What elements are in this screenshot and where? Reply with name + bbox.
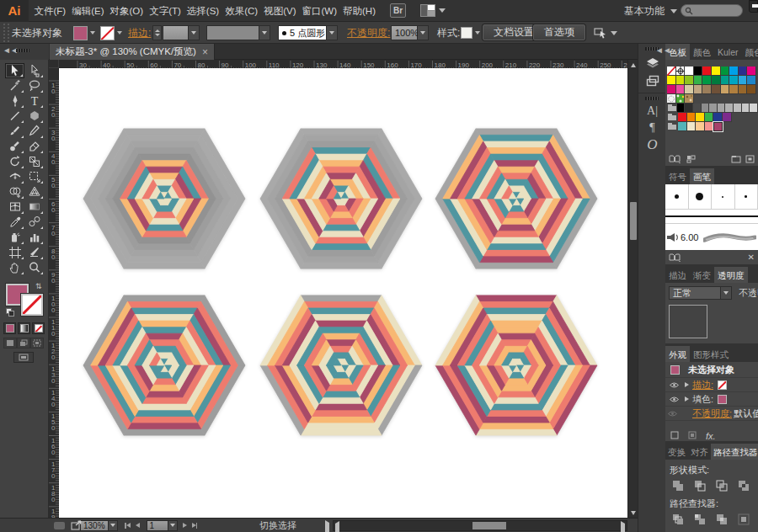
swatch[interactable]	[687, 113, 697, 122]
pathfinder-crop-button[interactable]	[736, 513, 751, 525]
hexagon-6[interactable]	[435, 295, 597, 435]
stroke-color-button[interactable]	[100, 25, 124, 40]
zoom-level-control[interactable]: 130%	[80, 520, 118, 531]
swatches-tab[interactable]: Kuler	[714, 44, 742, 60]
swatch[interactable]	[694, 85, 703, 94]
swatch[interactable]	[685, 85, 694, 94]
menu-2[interactable]: 编辑(E)	[70, 0, 106, 22]
lasso-tool[interactable]	[24, 78, 44, 93]
color-group-folder-icon[interactable]	[667, 104, 677, 113]
fill-color-button[interactable]	[73, 25, 97, 40]
swatch-none[interactable]	[667, 66, 676, 76]
pathfinder-tab[interactable]: 对齐	[688, 444, 711, 460]
swatch[interactable]	[739, 66, 748, 76]
vertical-scrollbar[interactable]	[627, 60, 638, 518]
menu-6[interactable]: 效果(C)	[223, 0, 260, 22]
swatch-pattern[interactable]	[685, 94, 694, 104]
hexagon-2[interactable]	[260, 129, 422, 269]
rotate-tool[interactable]	[5, 154, 24, 169]
swatch[interactable]	[712, 66, 721, 76]
ruler-corner[interactable]	[49, 60, 59, 68]
swatch[interactable]	[676, 85, 686, 94]
swatch[interactable]	[729, 76, 739, 85]
pencil-tool[interactable]	[24, 124, 44, 139]
symbol-sprayer-tool[interactable]	[5, 230, 24, 245]
free-transform-tool[interactable]	[24, 169, 44, 184]
appearance-tab[interactable]: 图形样式	[690, 346, 732, 362]
select-similar-button[interactable]	[594, 25, 617, 40]
canvas[interactable]	[59, 68, 627, 518]
swatch-kinds-icon[interactable]	[686, 155, 696, 163]
hexagon-5[interactable]	[260, 295, 422, 435]
menu-9[interactable]: 帮助(H)	[341, 0, 378, 22]
default-fill-stroke-icon[interactable]	[6, 308, 15, 317]
polygon-tool[interactable]	[24, 109, 44, 124]
scale-tool[interactable]	[24, 154, 44, 169]
swatch[interactable]	[750, 104, 758, 113]
swatch[interactable]	[718, 104, 726, 113]
screen-mode-button[interactable]	[13, 352, 34, 363]
menu-1[interactable]: 文件(F)	[32, 0, 68, 22]
vertical-scroll-thumb[interactable]	[630, 202, 637, 240]
appearance-fill-swatch[interactable]	[718, 395, 727, 404]
eraser-tool[interactable]	[24, 139, 44, 154]
swatch[interactable]	[676, 76, 686, 85]
opacity-link[interactable]: 不透明度:	[347, 25, 390, 40]
arrange-documents-button[interactable]	[420, 4, 446, 17]
character-panel-icon[interactable]: A|	[638, 103, 666, 120]
vertical-ruler[interactable]: 1020304050607080901001101201301401501601…	[49, 68, 59, 518]
brush-libraries-icon[interactable]	[669, 253, 681, 262]
app-logo[interactable]: Ai	[0, 0, 29, 22]
blend-mode-control[interactable]: 正常	[669, 286, 732, 300]
visibility-eye-icon-3[interactable]	[668, 411, 677, 417]
hexagon-1[interactable]	[83, 129, 245, 269]
draw-normal-button[interactable]	[3, 338, 17, 348]
swatch[interactable]	[713, 113, 723, 122]
swatch[interactable]	[667, 85, 676, 94]
stroke-swatch[interactable]	[21, 294, 43, 316]
artboard-number-control[interactable]: 1	[147, 520, 178, 531]
swatch[interactable]	[709, 104, 718, 113]
preferences-button[interactable]: 首选项	[533, 24, 585, 40]
swatch[interactable]	[747, 76, 756, 85]
stroke-weight-field[interactable]	[163, 25, 189, 40]
stroke-weight-stepper[interactable]	[152, 25, 162, 40]
zoom-tool[interactable]	[24, 260, 44, 275]
swatch[interactable]	[694, 76, 703, 85]
menu-5[interactable]: 选择(S)	[184, 0, 221, 22]
swatch-libraries-icon[interactable]	[669, 155, 681, 163]
new-fill-icon[interactable]	[688, 430, 697, 442]
swatch[interactable]	[677, 104, 686, 113]
workspace-switcher[interactable]: 基本功能	[624, 0, 677, 22]
swatch[interactable]	[693, 104, 702, 113]
width-tool[interactable]	[5, 169, 24, 184]
direct-selection-tool[interactable]	[24, 63, 44, 78]
swatches-tab[interactable]: 颜色	[690, 44, 714, 60]
swatch-pattern[interactable]	[676, 94, 686, 104]
pen-tool[interactable]	[5, 93, 24, 109]
transparency-tab[interactable]: 渐变	[690, 267, 714, 283]
document-tab-close[interactable]: ×	[202, 46, 208, 58]
brushes-tab[interactable]: 符号	[665, 168, 690, 184]
swatch[interactable]	[696, 122, 705, 131]
brushes-tab[interactable]: 画笔	[690, 168, 714, 184]
style-swatch-button[interactable]	[461, 25, 482, 40]
swatch[interactable]	[729, 66, 739, 76]
search-input[interactable]	[681, 4, 743, 17]
pathfinder-tab[interactable]: 路径查找器	[711, 444, 758, 460]
new-color-group-icon[interactable]	[731, 155, 741, 163]
swatch[interactable]	[702, 76, 712, 85]
brush-item-dot-4[interactable]	[735, 184, 758, 209]
swatch[interactable]	[739, 85, 748, 94]
swatch[interactable]	[685, 66, 694, 76]
toolbox-grip[interactable]	[16, 49, 29, 52]
dock-grip-2[interactable]	[645, 97, 659, 100]
horizontal-scroll-thumb[interactable]	[472, 522, 506, 529]
horizontal-scrollbar[interactable]	[333, 520, 627, 531]
shape-mode-intersect-button[interactable]	[714, 479, 729, 492]
swatch[interactable]	[734, 104, 742, 113]
swatch-selected[interactable]	[713, 122, 723, 131]
remove-brush-stroke-icon[interactable]: ✕	[748, 253, 755, 262]
opacity-field[interactable]: 100%	[391, 25, 418, 40]
swatch[interactable]	[721, 76, 730, 85]
